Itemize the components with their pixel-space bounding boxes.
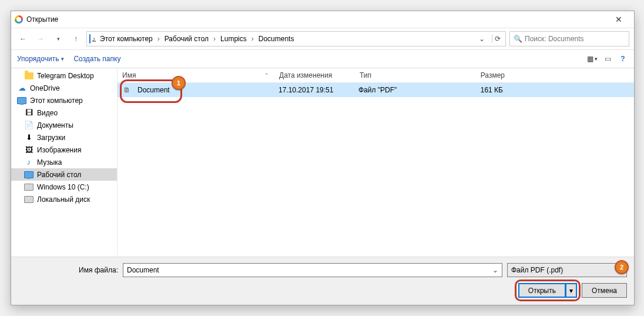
nav-tree[interactable]: Telegram Desktop ☁OneDrive Этот компьюте… bbox=[11, 68, 118, 257]
forward-button[interactable]: → bbox=[33, 32, 48, 46]
cloud-icon: ☁ bbox=[17, 84, 26, 93]
history-dropdown[interactable]: ▾ bbox=[51, 32, 65, 46]
tree-item-pictures[interactable]: 🖼Изображения bbox=[11, 144, 117, 156]
column-name[interactable]: Имя⌃ bbox=[118, 71, 274, 79]
breadcrumb-segment[interactable]: Рабочий стол bbox=[162, 35, 211, 43]
desktop-icon bbox=[24, 170, 33, 179]
titlebar: Открытие ✕ bbox=[11, 11, 634, 28]
column-modified[interactable]: Дата изменения bbox=[274, 71, 355, 79]
breadcrumb-segment[interactable]: Lumpics bbox=[218, 35, 249, 43]
search-placeholder: Поиск: Documents bbox=[525, 35, 584, 43]
file-open-dialog: Открытие ✕ ← → ▾ ↑ › Этот компьютер › Ра… bbox=[11, 11, 635, 305]
file-row[interactable]: 🗎Document 17.10.2017 19:51 Файл "PDF" 16… bbox=[118, 83, 634, 97]
document-icon: 📄 bbox=[24, 121, 33, 130]
tree-item-drive-c[interactable]: Windows 10 (C:) bbox=[11, 181, 117, 193]
chevron-right-icon: › bbox=[251, 35, 254, 43]
column-type[interactable]: Тип bbox=[355, 71, 447, 79]
file-list: Имя⌃ Дата изменения Тип Размер 🗎Document… bbox=[118, 68, 634, 257]
breadcrumb-segment[interactable]: Этот компьютер bbox=[98, 35, 155, 43]
navigation-bar: ← → ▾ ↑ › Этот компьютер › Рабочий стол … bbox=[11, 28, 634, 50]
chevron-down-icon[interactable]: ⌄ bbox=[617, 266, 623, 274]
tree-item-downloads[interactable]: ⬇Загрузки bbox=[11, 131, 117, 144]
toolbar: Упорядочить▾ Создать папку ▦▾ ▭ ? bbox=[11, 50, 634, 68]
tree-item-telegram[interactable]: Telegram Desktop bbox=[11, 69, 117, 82]
dialog-footer: Имя файла: Document ⌄ Файл PDF (.pdf) ⌄ … bbox=[11, 257, 634, 305]
drive-icon bbox=[24, 195, 33, 204]
close-button[interactable]: ✕ bbox=[607, 11, 630, 28]
chevron-right-icon: › bbox=[157, 35, 160, 43]
tree-item-onedrive[interactable]: ☁OneDrive bbox=[11, 82, 117, 94]
search-input[interactable]: 🔍 Поиск: Documents bbox=[509, 31, 629, 46]
sort-indicator-icon: ⌃ bbox=[264, 72, 269, 78]
filetype-filter[interactable]: Файл PDF (.pdf) ⌄ 2 bbox=[507, 263, 627, 277]
tree-item-documents[interactable]: 📄Документы bbox=[11, 119, 117, 131]
this-pc-icon bbox=[89, 35, 90, 43]
organize-menu[interactable]: Упорядочить▾ bbox=[17, 55, 64, 63]
drive-icon bbox=[24, 182, 33, 192]
cancel-button[interactable]: Отмена bbox=[582, 283, 627, 298]
computer-icon bbox=[17, 96, 26, 105]
window-title: Открытие bbox=[26, 15, 58, 24]
tree-item-music[interactable]: ♪Музыка bbox=[11, 156, 117, 168]
open-button-dropdown[interactable]: ▾ bbox=[566, 283, 577, 298]
filename-input[interactable]: Document ⌄ bbox=[123, 263, 502, 277]
dialog-body: Telegram Desktop ☁OneDrive Этот компьюте… bbox=[11, 68, 634, 257]
help-button[interactable]: ? bbox=[618, 54, 628, 64]
up-button[interactable]: ↑ bbox=[69, 32, 83, 46]
back-button[interactable]: ← bbox=[16, 32, 30, 46]
new-folder-button[interactable]: Создать папку bbox=[73, 55, 120, 63]
search-icon: 🔍 bbox=[514, 35, 522, 43]
filename-label: Имя файла: bbox=[18, 266, 118, 274]
chevron-right-icon: › bbox=[213, 35, 216, 43]
column-size[interactable]: Размер bbox=[447, 71, 510, 79]
pdf-file-icon: 🗎 bbox=[122, 85, 132, 95]
tree-item-desktop[interactable]: Рабочий стол bbox=[11, 168, 117, 181]
open-button[interactable]: Открыть bbox=[518, 283, 566, 298]
address-bar[interactable]: › Этот компьютер › Рабочий стол › Lumpic… bbox=[86, 31, 506, 46]
music-icon: ♪ bbox=[24, 158, 33, 167]
column-headers[interactable]: Имя⌃ Дата изменения Тип Размер bbox=[118, 68, 634, 83]
tree-item-this-pc[interactable]: Этот компьютер bbox=[11, 94, 117, 107]
view-menu[interactable]: ▦▾ bbox=[587, 54, 598, 64]
film-icon: 🎞 bbox=[24, 108, 33, 118]
chevron-down-icon[interactable]: ⌄ bbox=[492, 266, 498, 274]
tree-item-local-disk[interactable]: Локальный диск bbox=[11, 193, 117, 205]
chrome-icon bbox=[15, 15, 23, 24]
preview-pane-button[interactable]: ▭ bbox=[602, 54, 613, 64]
download-icon: ⬇ bbox=[24, 133, 33, 142]
image-icon: 🖼 bbox=[24, 145, 33, 155]
address-dropdown[interactable]: ⌄ bbox=[477, 35, 487, 43]
refresh-button[interactable]: ⟳ bbox=[492, 35, 503, 43]
breadcrumb-segment[interactable]: Documents bbox=[256, 35, 297, 43]
tree-item-videos[interactable]: 🎞Видео bbox=[11, 107, 117, 119]
